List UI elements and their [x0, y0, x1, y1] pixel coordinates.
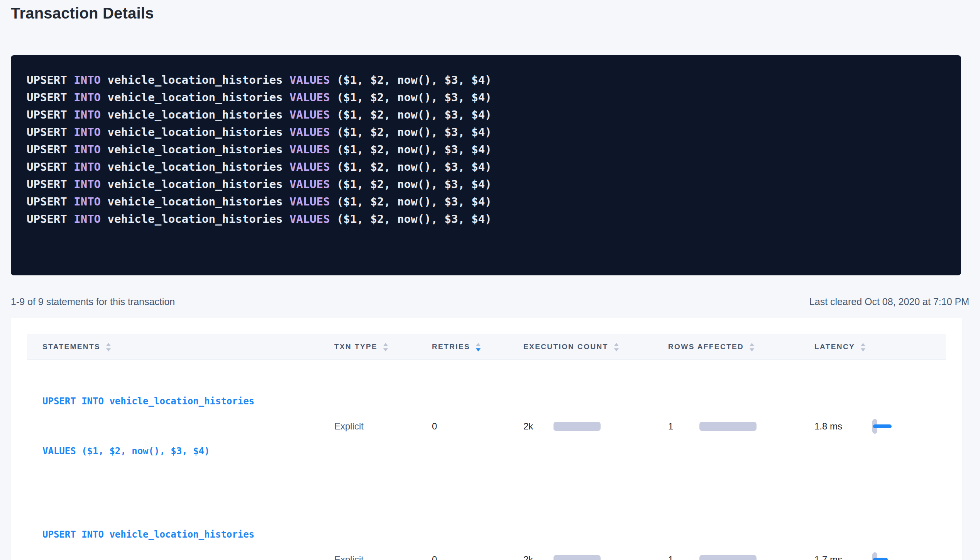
sql-text: ($1, $2, now(), $3, $4) — [330, 160, 492, 173]
sql-text: ($1, $2, now(), $3, $4) — [330, 212, 492, 226]
sql-text: UPSERT — [27, 195, 74, 208]
table-header-label: ROWS AFFECTED — [668, 343, 744, 351]
table-header-cell[interactable]: STATEMENTS — [27, 342, 334, 351]
statements-table-card: STATEMENTS TXN TYPE RETRIES EXECUTION CO… — [11, 318, 962, 560]
table-header-cell[interactable]: TXN TYPE — [334, 342, 432, 351]
sort-up-icon — [861, 343, 865, 346]
rows-affected-bar — [699, 422, 757, 431]
sort-up-icon — [614, 343, 619, 346]
rows-affected-value: 1 — [668, 421, 680, 432]
table-header-label: EXECUTION COUNT — [523, 343, 608, 351]
latency-cell: 1.8 ms — [814, 419, 946, 434]
statement-line-1: UPSERT INTO vehicle_location_histories — [42, 393, 334, 410]
sql-keyword: VALUES — [289, 143, 330, 156]
sort-down-icon — [861, 348, 865, 351]
execution-count-value: 2k — [523, 554, 535, 560]
txn-type-cell: Explicit — [334, 554, 432, 560]
statement-link[interactable]: UPSERT INTO vehicle_location_histories V… — [27, 493, 334, 560]
table-row: UPSERT INTO vehicle_location_histories V… — [27, 360, 946, 493]
sql-keyword: VALUES — [289, 126, 330, 139]
code-line: UPSERT INTO vehicle_location_histories V… — [27, 158, 945, 176]
sql-keyword: VALUES — [289, 73, 330, 87]
last-cleared-text: Last cleared Oct 08, 2020 at 7:10 PM — [809, 295, 969, 308]
sql-keyword: VALUES — [289, 178, 330, 191]
code-line: UPSERT INTO vehicle_location_histories V… — [27, 89, 945, 106]
table-header-cell[interactable]: LATENCY — [814, 342, 946, 351]
execution-count-cell: 2k — [523, 421, 668, 432]
execution-count-value: 2k — [523, 421, 535, 432]
code-line: UPSERT INTO vehicle_location_histories V… — [27, 210, 945, 228]
table-header-label: RETRIES — [432, 343, 470, 351]
retries-cell: 0 — [432, 421, 523, 432]
execution-count-bar — [553, 555, 601, 560]
code-line: UPSERT INTO vehicle_location_histories V… — [27, 193, 945, 210]
statements-table-body: UPSERT INTO vehicle_location_histories V… — [27, 360, 946, 560]
sort-down-icon — [383, 348, 388, 351]
statement-line-2: VALUES ($1, $2, now(), $3, $4) — [42, 443, 334, 460]
sql-text: ($1, $2, now(), $3, $4) — [330, 108, 492, 121]
sql-text: UPSERT — [27, 91, 74, 104]
latency-value: 1.8 ms — [814, 421, 872, 432]
sql-keyword: INTO — [74, 143, 101, 156]
sql-text: UPSERT — [27, 126, 74, 139]
table-header-label: TXN TYPE — [334, 343, 377, 351]
statement-link[interactable]: UPSERT INTO vehicle_location_histories V… — [27, 360, 334, 493]
sql-text: vehicle_location_histories — [101, 126, 289, 139]
table-header-cell[interactable]: ROWS AFFECTED — [668, 342, 814, 351]
page-title: Transaction Details — [11, 3, 969, 23]
sql-text: vehicle_location_histories — [101, 160, 289, 173]
rows-affected-cell: 1 — [668, 421, 814, 432]
table-header-cell[interactable]: EXECUTION COUNT — [523, 342, 668, 351]
sql-text: ($1, $2, now(), $3, $4) — [330, 91, 492, 104]
statements-count-text: 1-9 of 9 statements for this transaction — [11, 295, 175, 308]
code-line: UPSERT INTO vehicle_location_histories V… — [27, 141, 945, 158]
sort-icons — [383, 342, 388, 351]
sort-up-icon — [106, 343, 111, 346]
sort-down-icon — [614, 348, 619, 351]
sql-keyword: INTO — [74, 73, 101, 87]
sort-icons — [476, 342, 481, 351]
sql-text: vehicle_location_histories — [101, 212, 289, 226]
sql-text: UPSERT — [27, 178, 74, 191]
sql-text: ($1, $2, now(), $3, $4) — [330, 178, 492, 191]
sql-text: UPSERT — [27, 108, 74, 121]
rows-affected-value: 1 — [668, 554, 680, 560]
sort-up-icon — [750, 343, 754, 346]
sort-down-icon — [106, 348, 111, 351]
sql-text: ($1, $2, now(), $3, $4) — [330, 143, 492, 156]
sql-text: vehicle_location_histories — [101, 178, 289, 191]
sql-keyword: INTO — [74, 160, 101, 173]
sort-down-icon — [476, 348, 481, 351]
sort-up-icon — [476, 343, 481, 346]
table-row: UPSERT INTO vehicle_location_histories V… — [27, 493, 946, 560]
sql-keyword: VALUES — [289, 212, 330, 226]
sql-text: ($1, $2, now(), $3, $4) — [330, 195, 492, 208]
code-line: UPSERT INTO vehicle_location_histories V… — [27, 106, 945, 124]
sql-keyword: VALUES — [289, 108, 330, 121]
sql-keyword: VALUES — [289, 195, 330, 208]
sql-text: ($1, $2, now(), $3, $4) — [330, 73, 492, 87]
latency-value: 1.7 ms — [814, 554, 872, 560]
sql-text: vehicle_location_histories — [101, 143, 289, 156]
table-header-cell[interactable]: RETRIES — [432, 342, 523, 351]
transaction-details-page: Transaction Details UPSERT INTO vehicle_… — [0, 3, 980, 560]
latency-bar-graphic — [872, 419, 903, 434]
code-line: UPSERT INTO vehicle_location_histories V… — [27, 71, 945, 89]
execution-count-bar — [553, 422, 601, 431]
sql-text: vehicle_location_histories — [101, 195, 289, 208]
sort-icons — [861, 342, 865, 351]
sql-text: ($1, $2, now(), $3, $4) — [330, 126, 492, 139]
rows-affected-cell: 1 — [668, 554, 814, 560]
sql-text: vehicle_location_histories — [101, 73, 289, 87]
sql-keyword: INTO — [74, 212, 101, 226]
table-info-bar: 1-9 of 9 statements for this transaction… — [11, 295, 969, 308]
retries-cell: 0 — [432, 554, 523, 560]
statements-table-header: STATEMENTS TXN TYPE RETRIES EXECUTION CO… — [27, 334, 946, 360]
sql-text: UPSERT — [27, 73, 74, 87]
sql-text: UPSERT — [27, 212, 74, 226]
sql-keyword: VALUES — [289, 160, 330, 173]
latency-cell: 1.7 ms — [814, 552, 946, 560]
code-line: UPSERT INTO vehicle_location_histories V… — [27, 176, 945, 193]
latency-bar-graphic — [872, 552, 903, 560]
sql-statements-box: UPSERT INTO vehicle_location_histories V… — [11, 55, 961, 275]
